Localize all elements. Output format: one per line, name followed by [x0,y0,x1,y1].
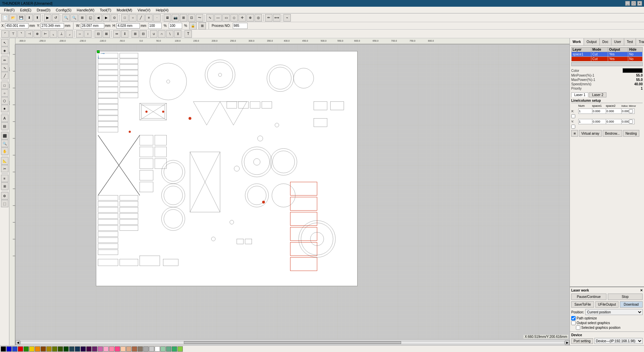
palette-color[interactable] [109,346,114,352]
zoom-prev-button[interactable]: ◀ [95,14,102,21]
zoom-next-button[interactable]: ▶ [103,14,110,21]
align-tl[interactable]: ⌜ [1,30,9,38]
tab-output[interactable]: Output [584,38,600,45]
tab-test[interactable]: Test [624,38,636,45]
dash-btn[interactable]: — [214,14,222,21]
device-select[interactable]: Device---(IP:192.168.1.98) [594,338,643,344]
rect-tool-l[interactable]: □ [1,82,8,89]
download-btn[interactable]: Download [620,301,643,308]
laser2-tab[interactable]: Laser 2 [589,92,606,97]
palette-color[interactable] [126,346,131,352]
ratio-btn[interactable]: ⊞ [199,22,206,30]
palette-color[interactable] [1,346,6,352]
drawing-surface[interactable]: → ↓ X:660.519mm/Y:200.616mm [15,44,570,339]
polygon-tool[interactable]: ⬡ [1,97,8,104]
grid-btn[interactable]: ⊞ [180,14,187,21]
zoom-sel-button[interactable]: ◱ [87,14,94,21]
menu-item-handlew[interactable]: Handle(W) [74,7,97,13]
monitor-btn[interactable]: 🖥 [164,14,171,21]
palette-color[interactable] [172,346,177,352]
table-row[interactable]: space1 Cut Yes No [572,52,643,57]
palette-color[interactable] [29,346,35,352]
tab-transform[interactable]: Transform [636,38,644,45]
palette-color[interactable] [69,346,74,352]
palette-color[interactable] [86,346,92,352]
canvas-inner[interactable]: → ↓ X:660.519mm/Y:200.616mm [15,44,570,339]
zoom-out-button[interactable]: 🔍 [70,14,78,21]
lc-x-mirror-h[interactable] [629,109,633,113]
import-button[interactable]: ⬇ [25,14,33,21]
pct2-input[interactable] [169,23,182,29]
palette-color[interactable] [132,346,137,352]
y-input[interactable] [41,23,64,29]
palette-color[interactable] [98,346,103,352]
w-input[interactable] [81,23,104,29]
line-tool[interactable]: ╱ [137,14,145,21]
barcode-tool[interactable]: ▤ [1,122,8,130]
laser-work-close[interactable]: ✕ [640,289,643,292]
engrave-tool[interactable]: ≡ [1,175,8,182]
measure-tool[interactable]: 📐 [1,157,8,165]
align-ml[interactable]: ⊣ [25,30,33,38]
camera-btn[interactable]: 📷 [172,14,179,21]
align-tr[interactable]: ⌝ [17,30,25,38]
scroll-right-btn[interactable]: ▶ [565,340,570,345]
save-button[interactable]: 💾 [17,14,25,21]
vsym-btn[interactable]: ↕ [84,30,92,38]
align-bl[interactable]: ⌞ [50,30,57,38]
lc-y-space2[interactable] [606,119,622,124]
open-button[interactable]: 📂 [9,14,17,21]
maximize-button[interactable]: □ [631,1,636,6]
zoom-in-button[interactable]: 🔍 [62,14,70,21]
menu-item-helph[interactable]: Help(H) [153,7,171,13]
diff-btn[interactable]: ∖ [166,30,173,38]
port-setting-btn[interactable]: Port setting [571,338,593,344]
menu-item-configs[interactable]: Config(S) [53,7,74,13]
undo-button[interactable]: ↺ [52,14,59,21]
lc-x-mirror-v[interactable] [571,114,575,118]
align-br[interactable]: ⌟ [66,30,73,38]
palette-color[interactable] [103,346,109,352]
dot2-btn[interactable]: ⊡ [188,14,195,21]
palette-color[interactable] [18,346,23,352]
laser1-tab[interactable]: Laser 1 [571,92,588,97]
fill-tool[interactable]: ⬛ [1,132,8,139]
layer-table-scrollbar[interactable] [571,62,643,66]
palette-color[interactable] [120,346,126,352]
scan-btn[interactable]: ⟺ [273,14,280,21]
tab-doc[interactable]: Doc [600,38,611,45]
hscroll-track[interactable] [20,341,565,344]
tab-user[interactable]: User [611,38,624,45]
ellipse-tool[interactable]: ○ [1,89,8,97]
palette-color[interactable] [41,346,46,352]
palette-color[interactable] [115,346,120,352]
palette-color[interactable] [155,346,160,352]
stop-btn[interactable]: Stop [608,294,643,300]
palette-color[interactable] [58,346,63,352]
dist-v[interactable]: ⊠ [103,30,110,38]
array-icon-btn[interactable]: ⊞ [571,130,578,137]
minimize-button[interactable]: _ [625,1,630,6]
hsym-btn[interactable]: ↔ [76,30,84,38]
pen-tool[interactable]: ✏ [1,56,8,64]
group-btn[interactable]: ⊞ [131,30,139,38]
flip-v[interactable]: ⇕ [121,30,128,38]
cross-btn[interactable]: ✛ [238,14,246,21]
pct1-input[interactable] [148,23,162,29]
align-tc[interactable]: ⊤ [9,30,17,38]
tab-work[interactable]: Work [570,38,584,45]
layer-tool[interactable]: ⊞ [1,182,8,190]
lock-ratio-btn[interactable]: 🔒 [189,22,197,30]
text-btn[interactable]: T [184,30,192,38]
palette-color[interactable] [166,346,171,352]
color-swatch[interactable] [623,68,643,73]
palette-color[interactable] [12,346,17,352]
star-tool[interactable]: ★ [1,105,8,112]
node-tool[interactable]: ◈ [1,47,8,54]
hscroll-thumb[interactable] [184,341,401,344]
close-button[interactable]: × [637,1,642,6]
rect-tool[interactable]: □ [121,14,128,21]
pause-continue-btn[interactable]: Pause/Continue [571,294,606,300]
export-button[interactable]: ⬆ [34,14,41,21]
bestrow-btn[interactable]: Bestrow... [603,130,622,137]
